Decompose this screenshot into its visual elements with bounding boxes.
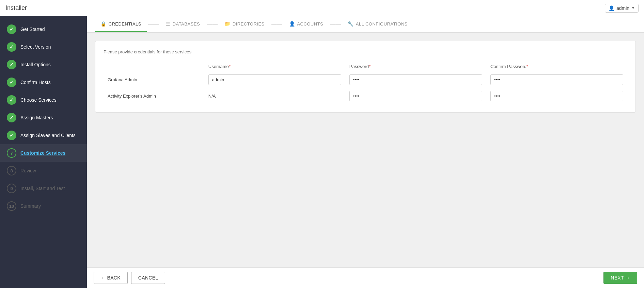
tab-databases[interactable]: ☰ DATABASES [160, 16, 205, 32]
confirm-cell-grafana [486, 72, 627, 88]
step-circle-1: ✓ [7, 24, 16, 34]
tab-accounts-label: ACCOUNTS [297, 21, 323, 27]
step-circle-7: ✓ [7, 131, 16, 140]
col-header-username: Username* [204, 61, 345, 72]
databases-icon: ☰ [166, 21, 171, 27]
form-description: Please provide credentials for these ser… [104, 49, 627, 54]
col-header-service [104, 61, 204, 72]
folder-icon: 📁 [224, 21, 231, 27]
back-button[interactable]: ← BACK [94, 272, 128, 284]
footer-left-buttons: ← BACK CANCEL [94, 272, 165, 284]
sidebar-item-label-6: Assign Masters [20, 115, 53, 120]
sidebar-item-summary[interactable]: 10 Summary [0, 197, 87, 215]
tab-credentials[interactable]: 🔒 CREDENTIALS [95, 16, 147, 32]
password-required-marker: * [369, 64, 371, 69]
sidebar-item-review[interactable]: 8 Review [0, 162, 87, 180]
confirm-input-grafana[interactable] [490, 74, 623, 85]
step-circle-8: 7 [7, 148, 16, 158]
app-title: Installer [5, 4, 27, 12]
password-input-grafana[interactable] [349, 74, 482, 85]
user-icon: 👤 [609, 5, 614, 11]
table-row: Grafana Admin [104, 72, 627, 88]
step-circle-4: ✓ [7, 78, 16, 87]
username-input-grafana[interactable] [208, 74, 341, 85]
tab-databases-label: DATABASES [173, 21, 200, 27]
sidebar-item-confirm-hosts[interactable]: ✓ Confirm Hosts [0, 73, 87, 91]
table-row: Activity Explorer's Admin N/A [104, 88, 627, 104]
tab-separator-3: —— [271, 21, 282, 28]
cancel-button[interactable]: CANCEL [131, 272, 166, 284]
tab-accounts[interactable]: 👤 ACCOUNTS [284, 16, 329, 32]
service-name-activity-explorer: Activity Explorer's Admin [104, 88, 204, 104]
sidebar: ✓ Get Started ✓ Select Version ✓ Install… [0, 16, 87, 288]
sidebar-item-label-9: Review [20, 168, 36, 173]
password-cell-grafana [345, 72, 486, 88]
step-circle-2: ✓ [7, 42, 16, 52]
sidebar-item-label-7: Assign Slaves and Clients [20, 133, 76, 138]
sidebar-item-label-10: Install, Start and Test [20, 186, 65, 191]
sidebar-item-install-options[interactable]: ✓ Install Options [0, 56, 87, 73]
username-cell-activity-explorer: N/A [204, 88, 345, 104]
sidebar-item-assign-slaves[interactable]: ✓ Assign Slaves and Clients [0, 126, 87, 144]
username-na-label: N/A [208, 94, 216, 99]
sidebar-item-label-5: Choose Services [20, 97, 57, 103]
password-input-activity-explorer[interactable] [349, 91, 482, 101]
step-circle-3: ✓ [7, 60, 16, 69]
wrench-icon: 🔧 [348, 21, 354, 27]
content-inner: Please provide credentials for these ser… [87, 33, 644, 267]
main-layout: ✓ Get Started ✓ Select Version ✓ Install… [0, 16, 644, 288]
content-area: 🔒 CREDENTIALS —— ☰ DATABASES —— 📁 DIRECT… [87, 16, 644, 288]
top-bar: Installer 👤 admin ▼ [0, 0, 644, 16]
user-menu[interactable]: 👤 admin ▼ [605, 4, 639, 13]
sidebar-item-label-1: Get Started [20, 27, 45, 32]
tab-directories[interactable]: 📁 DIRECTORIES [219, 16, 270, 32]
sidebar-item-label-2: Select Version [20, 44, 51, 50]
tab-separator-4: —— [330, 21, 341, 28]
sidebar-item-choose-services[interactable]: ✓ Choose Services [0, 91, 87, 109]
lock-icon: 🔒 [100, 21, 107, 27]
col-header-password: Password* [345, 61, 486, 72]
footer: ← BACK CANCEL NEXT → [87, 267, 644, 288]
tabs-bar: 🔒 CREDENTIALS —— ☰ DATABASES —— 📁 DIRECT… [87, 16, 644, 33]
user-menu-label: admin [616, 5, 629, 11]
sidebar-item-customize-services[interactable]: 7 Customize Services [0, 144, 87, 162]
sidebar-item-get-started[interactable]: ✓ Get Started [0, 20, 87, 38]
tab-credentials-label: CREDENTIALS [109, 21, 142, 27]
confirm-required-marker: * [527, 64, 528, 69]
sidebar-item-label-8: Customize Services [20, 150, 65, 156]
step-circle-6: ✓ [7, 113, 16, 122]
next-button[interactable]: NEXT → [603, 272, 637, 284]
sidebar-item-install-start-test[interactable]: 9 Install, Start and Test [0, 180, 87, 197]
step-circle-9: 8 [7, 166, 16, 175]
col-header-confirm-password: Confirm Password* [486, 61, 627, 72]
sidebar-item-label-3: Install Options [20, 62, 51, 67]
credentials-table: Username* Password* Confirm Password* [104, 61, 627, 104]
tab-all-configurations[interactable]: 🔧 ALL CONFIGURATIONS [342, 16, 413, 32]
sidebar-item-label-4: Confirm Hosts [20, 80, 51, 85]
sidebar-item-assign-masters[interactable]: ✓ Assign Masters [0, 109, 87, 126]
caret-down-icon: ▼ [631, 6, 635, 10]
tab-separator-2: —— [207, 21, 218, 28]
tab-separator-1: —— [148, 21, 159, 28]
password-cell-activity-explorer [345, 88, 486, 104]
sidebar-item-label-11: Summary [20, 203, 41, 209]
step-circle-10: 9 [7, 184, 16, 193]
username-required-marker: * [229, 64, 231, 69]
service-name-grafana: Grafana Admin [104, 72, 204, 88]
username-cell-grafana [204, 72, 345, 88]
accounts-icon: 👤 [289, 21, 295, 27]
step-circle-5: ✓ [7, 95, 16, 105]
sidebar-item-select-version[interactable]: ✓ Select Version [0, 38, 87, 56]
confirm-input-activity-explorer[interactable] [490, 91, 623, 101]
form-card: Please provide credentials for these ser… [95, 41, 636, 113]
confirm-cell-activity-explorer [486, 88, 627, 104]
tab-directories-label: DIRECTORIES [233, 21, 265, 27]
step-circle-11: 10 [7, 201, 16, 211]
tab-all-configurations-label: ALL CONFIGURATIONS [356, 21, 408, 27]
